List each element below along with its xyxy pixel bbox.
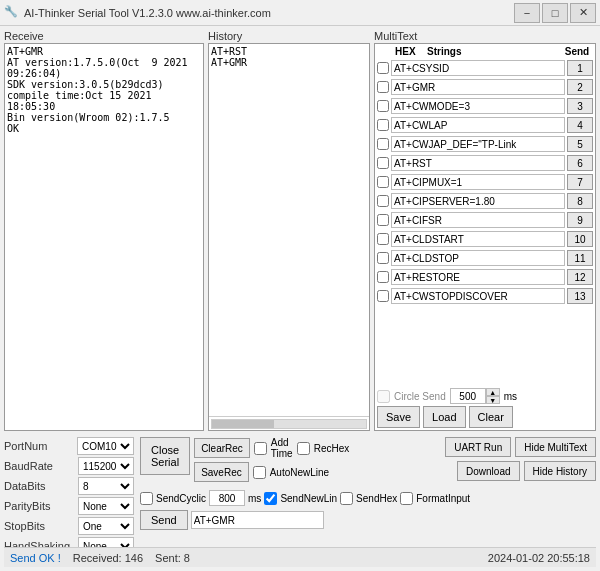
- circle-send-down[interactable]: ▼: [486, 396, 500, 404]
- multitext-row: 3: [377, 97, 593, 115]
- multitext-row-send-btn-5[interactable]: 5: [567, 136, 593, 152]
- multitext-col-hex: HEX: [395, 46, 425, 57]
- send-newline-checkbox[interactable]: [264, 492, 277, 505]
- status-sent: Sent: 8: [155, 552, 190, 564]
- history-textarea[interactable]: [209, 44, 369, 416]
- status-bar: Send OK ! Received: 146 Sent: 8 2024-01-…: [4, 547, 596, 567]
- close-button[interactable]: ✕: [570, 3, 596, 23]
- multitext-row-input-2[interactable]: [391, 79, 565, 95]
- paritybits-label: ParityBits: [4, 500, 74, 512]
- multitext-col-send: Send: [563, 46, 591, 57]
- stopbits-select[interactable]: One: [78, 517, 134, 535]
- app-icon: 🔧: [4, 5, 20, 21]
- multitext-row-checkbox-7[interactable]: [377, 176, 389, 188]
- multitext-row-input-5[interactable]: [391, 136, 565, 152]
- multitext-row: 5: [377, 135, 593, 153]
- clear-button[interactable]: Clear: [469, 406, 513, 428]
- paritybits-select[interactable]: None: [78, 497, 134, 515]
- receive-label: Receive: [4, 30, 204, 42]
- save-rec-button[interactable]: SaveRec: [194, 462, 249, 482]
- auto-newline-checkbox[interactable]: [253, 466, 266, 479]
- databits-label: DataBits: [4, 480, 74, 492]
- send-button[interactable]: Send: [140, 510, 188, 530]
- multitext-row-send-btn-12[interactable]: 12: [567, 269, 593, 285]
- multitext-col-strings: Strings: [427, 46, 561, 57]
- multitext-row-send-btn-1[interactable]: 1: [567, 60, 593, 76]
- multitext-row-send-btn-8[interactable]: 8: [567, 193, 593, 209]
- multitext-row: 7: [377, 173, 593, 191]
- multitext-row-send-btn-9[interactable]: 9: [567, 212, 593, 228]
- circle-send-up[interactable]: ▲: [486, 388, 500, 396]
- multitext-row-input-10[interactable]: [391, 231, 565, 247]
- circle-send-label: Circle Send: [394, 391, 446, 402]
- multitext-row-checkbox-9[interactable]: [377, 214, 389, 226]
- maximize-button[interactable]: □: [542, 3, 568, 23]
- multitext-row-checkbox-8[interactable]: [377, 195, 389, 207]
- multitext-row-input-11[interactable]: [391, 250, 565, 266]
- hide-history-button[interactable]: Hide History: [524, 461, 596, 481]
- circle-send-unit: ms: [504, 391, 517, 402]
- multitext-row-checkbox-12[interactable]: [377, 271, 389, 283]
- multitext-row-input-7[interactable]: [391, 174, 565, 190]
- multitext-row-checkbox-4[interactable]: [377, 119, 389, 131]
- multitext-row-send-btn-10[interactable]: 10: [567, 231, 593, 247]
- multitext-row: 9: [377, 211, 593, 229]
- multitext-row-input-13[interactable]: [391, 288, 565, 304]
- multitext-rows: 12345678910111213: [377, 59, 593, 385]
- multitext-row-checkbox-10[interactable]: [377, 233, 389, 245]
- multitext-row-checkbox-5[interactable]: [377, 138, 389, 150]
- multitext-row-checkbox-3[interactable]: [377, 100, 389, 112]
- portnum-select[interactable]: COM10: [77, 437, 134, 455]
- multitext-row: 4: [377, 116, 593, 134]
- baudrate-label: BaudRate: [4, 460, 74, 472]
- circle-send-checkbox[interactable]: [377, 390, 390, 403]
- multitext-row-send-btn-6[interactable]: 6: [567, 155, 593, 171]
- status-received: Received: 146: [73, 552, 143, 564]
- add-time-checkbox[interactable]: [254, 442, 267, 455]
- multitext-row-send-btn-3[interactable]: 3: [567, 98, 593, 114]
- download-button[interactable]: Download: [457, 461, 519, 481]
- multitext-row-input-8[interactable]: [391, 193, 565, 209]
- multitext-row-send-btn-13[interactable]: 13: [567, 288, 593, 304]
- multitext-row-send-btn-2[interactable]: 2: [567, 79, 593, 95]
- multitext-row-send-btn-7[interactable]: 7: [567, 174, 593, 190]
- multitext-row-checkbox-1[interactable]: [377, 62, 389, 74]
- save-button[interactable]: Save: [377, 406, 420, 428]
- load-button[interactable]: Load: [423, 406, 465, 428]
- receive-textarea[interactable]: [4, 43, 204, 431]
- status-time: 2024-01-02 20:55:18: [488, 552, 590, 564]
- multitext-row-checkbox-13[interactable]: [377, 290, 389, 302]
- multitext-row: 11: [377, 249, 593, 267]
- multitext-row-input-1[interactable]: [391, 60, 565, 76]
- circle-send-input[interactable]: [450, 388, 486, 404]
- baudrate-select[interactable]: 115200: [78, 457, 134, 475]
- multitext-row: 13: [377, 287, 593, 305]
- multitext-row: 1: [377, 59, 593, 77]
- multitext-row: 6: [377, 154, 593, 172]
- add-time-label: Add Time: [271, 437, 293, 459]
- multitext-row-send-btn-11[interactable]: 11: [567, 250, 593, 266]
- send-input[interactable]: [191, 511, 324, 529]
- close-serial-button[interactable]: Close Serial: [140, 437, 190, 475]
- databits-select[interactable]: 8: [78, 477, 134, 495]
- send-cyclic-label: SendCyclic: [156, 493, 206, 504]
- multitext-row-checkbox-11[interactable]: [377, 252, 389, 264]
- minimize-button[interactable]: −: [514, 3, 540, 23]
- stopbits-label: StopBits: [4, 520, 74, 532]
- multitext-row-input-6[interactable]: [391, 155, 565, 171]
- multitext-row-checkbox-6[interactable]: [377, 157, 389, 169]
- hide-multitext-button[interactable]: Hide MultiText: [515, 437, 596, 457]
- multitext-row-input-12[interactable]: [391, 269, 565, 285]
- multitext-row-send-btn-4[interactable]: 4: [567, 117, 593, 133]
- uart-run-button[interactable]: UART Run: [445, 437, 511, 457]
- multitext-row-checkbox-2[interactable]: [377, 81, 389, 93]
- multitext-row-input-3[interactable]: [391, 98, 565, 114]
- multitext-row-input-9[interactable]: [391, 212, 565, 228]
- send-cyclic-input[interactable]: [209, 490, 245, 506]
- clear-rec-button[interactable]: ClearRec: [194, 438, 250, 458]
- multitext-label: MultiText: [374, 30, 596, 42]
- title-bar: 🔧 AI-Thinker Serial Tool V1.2.3.0 www.ai…: [0, 0, 600, 26]
- multitext-row-input-4[interactable]: [391, 117, 565, 133]
- send-cyclic-checkbox[interactable]: [140, 492, 153, 505]
- multitext-row: 2: [377, 78, 593, 96]
